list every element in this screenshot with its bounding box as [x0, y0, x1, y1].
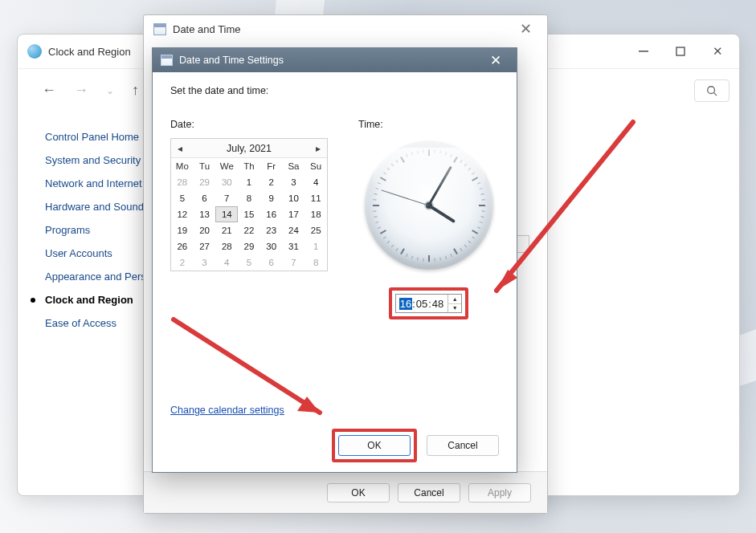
instruction-label: Set the date and time: — [170, 85, 499, 96]
calendar-day[interactable]: 12 — [171, 206, 194, 222]
close-button[interactable]: ✕ — [699, 39, 736, 63]
time-value[interactable]: 16:05:48 — [396, 295, 448, 312]
spin-down-button[interactable]: ▼ — [448, 304, 461, 313]
calendar-dow: Tu — [194, 158, 216, 174]
cancel-button[interactable]: Cancel — [427, 435, 499, 456]
calendar-day[interactable]: 17 — [283, 206, 305, 222]
minimize-button[interactable] — [625, 39, 662, 63]
analog-clock — [365, 141, 493, 270]
svg-point-2 — [708, 86, 715, 93]
calendar-day[interactable]: 2 — [171, 254, 194, 271]
calendar[interactable]: ◂ July, 2021 ▸ MoTuWeThFrSaSu 2829301234… — [170, 138, 328, 271]
calendar-day[interactable]: 16 — [260, 206, 283, 222]
calendar-day[interactable]: 3 — [194, 254, 216, 271]
calendar-day[interactable]: 18 — [304, 206, 327, 222]
clock-hand-h — [427, 204, 455, 223]
dt-title: Date and Time — [173, 23, 241, 35]
calendar-day[interactable]: 2 — [260, 174, 283, 190]
ok-button[interactable]: OK — [327, 483, 390, 502]
calendar-day[interactable]: 6 — [260, 254, 283, 271]
calendar-dow: Mo — [171, 158, 194, 174]
search-box[interactable] — [694, 79, 729, 102]
time-input[interactable]: 16:05:48 ▲ ▼ — [395, 294, 463, 313]
calendar-dow: Sa — [283, 158, 305, 174]
calendar-day[interactable]: 9 — [260, 190, 283, 206]
dts-title: Date and Time Settings — [179, 55, 284, 66]
calendar-day[interactable]: 8 — [238, 190, 260, 206]
ok-button-highlight: OK — [332, 429, 417, 462]
clock-hand-m — [427, 166, 452, 206]
back-button[interactable]: ← — [42, 82, 56, 99]
calendar-day[interactable]: 26 — [171, 238, 194, 254]
cp-title: Clock and Region — [48, 46, 131, 58]
calendar-dow: Th — [238, 158, 260, 174]
time-spinner[interactable]: ▲ ▼ — [447, 295, 461, 312]
calendar-day[interactable]: 7 — [283, 254, 305, 271]
date-label: Date: — [170, 119, 331, 130]
time-input-highlight: 16:05:48 ▲ ▼ — [389, 287, 469, 319]
second-segment[interactable]: 48 — [431, 298, 444, 310]
calendar-day[interactable]: 1 — [304, 238, 327, 254]
calendar-day[interactable]: 28 — [215, 238, 238, 254]
svg-rect-1 — [676, 47, 684, 55]
dts-footer: OK Cancel — [170, 429, 499, 462]
minute-segment[interactable]: 05 — [415, 298, 428, 310]
next-month-button[interactable]: ▸ — [314, 144, 322, 153]
close-button[interactable]: ✕ — [510, 19, 541, 39]
forward-button[interactable]: → — [74, 82, 88, 99]
dts-titlebar[interactable]: Date and Time Settings ✕ — [153, 48, 517, 72]
prev-month-button[interactable]: ◂ — [176, 144, 184, 153]
calendar-day[interactable]: 11 — [304, 190, 327, 206]
search-icon — [706, 85, 717, 96]
change-calendar-settings-link[interactable]: Change calendar settings — [170, 405, 499, 416]
calendar-day[interactable]: 31 — [283, 238, 305, 254]
calendar-day[interactable]: 3 — [283, 174, 305, 190]
clock-hand-s — [381, 189, 428, 205]
calendar-day[interactable]: 23 — [260, 222, 283, 238]
cancel-button[interactable]: Cancel — [398, 483, 460, 502]
control-panel-icon — [27, 44, 42, 59]
calendar-day[interactable]: 8 — [304, 254, 327, 271]
ok-button[interactable]: OK — [338, 435, 411, 456]
apply-button[interactable]: Apply — [468, 483, 531, 502]
calendar-day[interactable]: 30 — [215, 174, 238, 190]
calendar-day[interactable]: 27 — [194, 238, 216, 254]
date-time-settings-dialog: Date and Time Settings ✕ Set the date an… — [152, 47, 517, 473]
recent-dropdown[interactable]: ⌄ — [106, 85, 114, 96]
up-button[interactable]: ↑ — [132, 82, 139, 99]
calendar-day[interactable]: 22 — [238, 222, 260, 238]
calendar-day[interactable]: 10 — [283, 190, 305, 206]
dt-footer: OK Cancel Apply — [144, 471, 547, 513]
calendar-dow: We — [215, 158, 238, 174]
time-label: Time: — [358, 119, 383, 130]
calendar-day[interactable]: 4 — [304, 174, 327, 190]
calendar-day[interactable]: 25 — [304, 222, 327, 238]
calendar-day[interactable]: 1 — [238, 174, 260, 190]
calendar-day[interactable]: 20 — [194, 222, 216, 238]
calendar-day[interactable]: 15 — [238, 206, 260, 222]
calendar-icon — [161, 55, 173, 66]
close-button[interactable]: ✕ — [480, 51, 512, 69]
calendar-dow: Fr — [260, 158, 283, 174]
calendar-day[interactable]: 6 — [194, 190, 216, 206]
calendar-day[interactable]: 7 — [215, 190, 238, 206]
calendar-day[interactable]: 14 — [215, 206, 238, 222]
calendar-dow: Su — [304, 158, 327, 174]
spin-up-button[interactable]: ▲ — [448, 295, 461, 304]
maximize-button[interactable] — [662, 39, 699, 63]
calendar-day[interactable]: 21 — [215, 222, 238, 238]
calendar-day[interactable]: 19 — [171, 222, 194, 238]
calendar-day[interactable]: 4 — [215, 254, 238, 271]
dt-titlebar[interactable]: Date and Time ✕ — [144, 15, 547, 43]
calendar-day[interactable]: 5 — [238, 254, 260, 271]
calendar-day[interactable]: 24 — [283, 222, 305, 238]
calendar-day[interactable]: 5 — [171, 190, 194, 206]
calendar-day[interactable]: 28 — [171, 174, 194, 190]
hour-segment[interactable]: 16 — [399, 298, 412, 310]
calendar-day[interactable]: 13 — [194, 206, 216, 222]
calendar-day[interactable]: 30 — [260, 238, 283, 254]
calendar-day[interactable]: 29 — [238, 238, 260, 254]
month-label[interactable]: July, 2021 — [227, 143, 272, 154]
calendar-day[interactable]: 29 — [194, 174, 216, 190]
svg-line-3 — [714, 92, 717, 96]
